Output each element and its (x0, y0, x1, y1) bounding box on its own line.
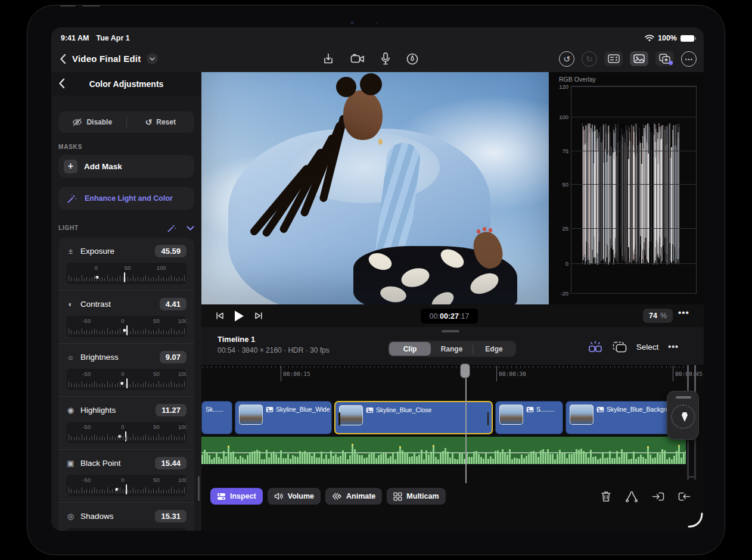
insert-icon[interactable] (652, 491, 664, 502)
slider-value[interactable]: 11.27 (156, 404, 187, 416)
back-chevron-icon[interactable] (60, 54, 66, 64)
adjustment-slider-row[interactable]: ◎ Shadows 15.31 -50050100 (58, 502, 194, 531)
overlay-clip-icon[interactable] (613, 341, 627, 353)
select-button[interactable]: Select (636, 343, 659, 351)
add-mask-button[interactable]: + Add Mask (58, 155, 194, 178)
inspect-button[interactable]: Inspect (210, 488, 263, 505)
ruler-tick-label: 100 (178, 371, 187, 377)
animate-icon (332, 492, 342, 500)
slider-ruler[interactable]: 050100 (66, 263, 187, 284)
light-collapse-chevron-icon[interactable] (187, 226, 194, 231)
ruler-minor-tick (533, 366, 533, 368)
photo-icon (266, 406, 274, 413)
ruler-minor-tick (357, 366, 358, 368)
slider-value[interactable]: 15.44 (155, 457, 187, 469)
photo-icon (526, 406, 534, 413)
timecode-display[interactable]: 00:00:27:17 (421, 309, 478, 323)
sidebar-scrollbar[interactable] (198, 476, 200, 501)
volume-button[interactable]: Volume (268, 488, 321, 505)
slider-ruler[interactable]: -50050100 (66, 528, 187, 531)
magnetic-timeline-icon[interactable] (588, 340, 603, 353)
slider-ruler[interactable]: -50050100 (66, 369, 187, 390)
adjustment-slider-row[interactable]: ± Exposure 45.59 050100 (58, 238, 194, 290)
slider-value[interactable]: 15.31 (155, 510, 187, 522)
slider-value[interactable]: 4.41 (160, 298, 187, 310)
ruler-minor-tick (619, 366, 619, 368)
ruler-major-tick (496, 366, 497, 381)
slider-ruler[interactable]: -50050100 (66, 316, 187, 337)
adjustment-slider-row[interactable]: ▣ Black Point 15.44 -50050100 (58, 449, 194, 502)
ruler-tick (143, 277, 144, 281)
title-dropdown-chevron-icon[interactable] (147, 53, 158, 64)
next-frame-icon[interactable] (254, 312, 263, 320)
ruler-tick (120, 487, 120, 493)
undo-icon[interactable]: ↺ (559, 51, 574, 67)
viewer-more-icon[interactable]: ••• (678, 307, 689, 318)
jog-wheel[interactable] (667, 391, 699, 440)
scope-trace-stroke (585, 159, 586, 244)
slider-ruler[interactable]: -50050100 (66, 422, 187, 443)
ruler-tick (71, 489, 72, 493)
ruler-minor-tick (597, 366, 598, 368)
multicam-button[interactable]: Multicam (387, 488, 445, 505)
slider-ruler[interactable]: -50050100 (66, 475, 187, 496)
timeline-clip[interactable]: S........ (495, 401, 563, 434)
audio-waveform-bar (333, 456, 334, 464)
import-icon[interactable] (322, 52, 334, 65)
play-icon[interactable] (234, 310, 245, 322)
panel-drag-handle[interactable] (442, 330, 459, 332)
ruler-tick-label: -50 (82, 530, 91, 531)
timeline-clip[interactable]: Sk...... (201, 401, 232, 434)
segment-clip[interactable]: Clip (389, 342, 431, 356)
audio-track[interactable] (201, 437, 686, 464)
audio-waveform-bar (659, 454, 661, 464)
jog-dial[interactable] (671, 405, 695, 429)
ruler-tick (120, 434, 120, 440)
audio-waveform-bar (242, 458, 244, 464)
reset-button[interactable]: ↺ Reset (127, 117, 195, 127)
segment-edge[interactable]: Edge (473, 342, 515, 356)
slider-cursor[interactable] (126, 484, 127, 494)
timeline-clip[interactable]: Skyline_Blue_Close (334, 401, 493, 434)
audio-waveform-bar (566, 458, 568, 464)
zoom-level-button[interactable]: 74 % (643, 309, 673, 323)
video-preview[interactable] (201, 72, 549, 304)
ruler-tick (148, 277, 149, 281)
scope-trace-bright (641, 164, 642, 265)
previous-frame-icon[interactable] (216, 312, 224, 320)
disable-button[interactable]: Disable (58, 118, 126, 126)
annotate-icon[interactable] (406, 53, 418, 65)
redo-icon[interactable]: ↻ (582, 51, 597, 67)
split-icon[interactable] (625, 490, 638, 502)
timeline-more-icon[interactable]: ••• (668, 342, 679, 351)
overwrite-icon[interactable] (678, 491, 691, 502)
ruler-minor-tick (675, 366, 675, 368)
adjustment-slider-row[interactable]: ◐ Contrast 4.41 -50050100 (58, 290, 194, 343)
enhance-button[interactable]: Enhance Light and Color (58, 187, 194, 210)
adjustment-slider-row[interactable]: ☼ Brightness 9.07 -50050100 (58, 343, 194, 396)
camera-icon[interactable] (350, 54, 365, 64)
battery-percent: 100% (658, 34, 677, 42)
microphone-icon[interactable] (381, 52, 390, 65)
corner-swipe-indicator[interactable] (687, 512, 704, 528)
adjustment-slider-row[interactable]: ◉ Highlights 11.27 -50050100 (58, 396, 194, 449)
timeline-clip[interactable]: Skyline_Blue_Wide (235, 401, 332, 434)
playhead-handle[interactable] (460, 363, 470, 378)
animate-button[interactable]: Animate (325, 488, 382, 505)
light-wand-icon[interactable] (167, 223, 177, 233)
timeline-ruler[interactable]: 00:00:1500:00:3000:00:45 (201, 365, 704, 385)
light-section-header: LIGHT (58, 223, 194, 233)
more-icon[interactable]: ⋯ (681, 51, 697, 67)
segment-range[interactable]: Range (431, 342, 473, 356)
project-title[interactable]: Video Final Edit (72, 54, 141, 64)
inspector-icon[interactable] (604, 51, 623, 66)
media-browser-icon[interactable] (630, 51, 648, 66)
slider-value[interactable]: 45.59 (155, 245, 187, 257)
panel-back-chevron-icon[interactable] (58, 78, 65, 89)
trash-icon[interactable] (601, 490, 611, 502)
magic-wand-icon (67, 193, 77, 204)
ruler-minor-tick (580, 366, 581, 368)
ruler-tick (130, 490, 130, 493)
slider-value[interactable]: 9.07 (160, 351, 187, 363)
effects-icon[interactable] (655, 51, 674, 66)
